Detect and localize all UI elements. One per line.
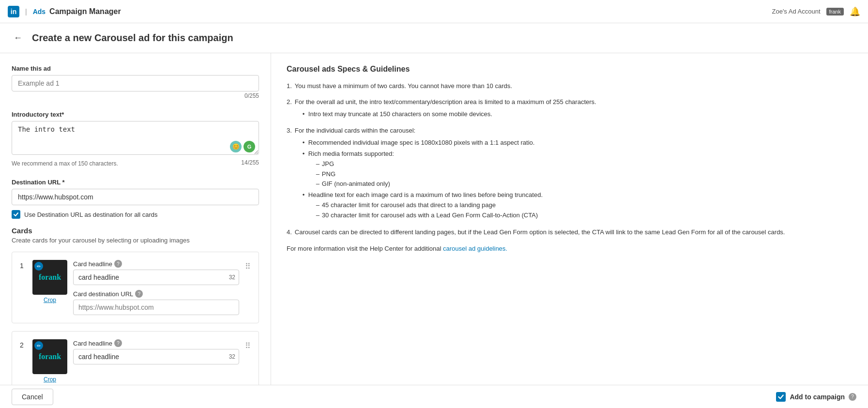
page-title: Create a new Carousel ad for this campai… xyxy=(32,32,233,44)
card-2-drag-handle[interactable]: ⠿ xyxy=(245,341,251,383)
intro-text-label: Introductory text* xyxy=(12,111,259,118)
card-2-headline-label: Card headline ? xyxy=(73,339,239,347)
card-1-drag-handle[interactable]: ⠿ xyxy=(245,262,251,315)
ad-name-label: Name this ad xyxy=(12,65,259,72)
ad-name-section: Name this ad 0/255 xyxy=(12,65,259,99)
spec-item-2: For the overall ad unit, the intro text/… xyxy=(287,97,853,121)
specs-footer: For more information visit the Help Cent… xyxy=(287,245,853,252)
nav-title: Campaign Manager xyxy=(49,7,121,16)
card-1-edit-icon[interactable]: ✏ xyxy=(34,262,43,271)
add-campaign-help-icon[interactable]: ? xyxy=(849,393,856,401)
card-1-char-count: 32 xyxy=(229,274,235,281)
intro-text-section: Introductory text* The intro text 😊 G We… xyxy=(12,111,259,167)
form-panel: Name this ad 0/255 Introductory text* Th… xyxy=(0,53,271,408)
spec-3-sub-2-a: JPG xyxy=(316,159,543,169)
card-1-crop-label[interactable]: Crop xyxy=(44,297,56,303)
spec-4-text: Carousel cards can be directed to differ… xyxy=(295,228,785,236)
spec-3-sub-2-b: PNG xyxy=(316,169,543,180)
cards-section: Cards Create cards for your carousel by … xyxy=(12,227,259,391)
card-1-image-wrapper: ✏ forank Crop xyxy=(32,260,67,315)
spec-item-3: For the individual cards within the caro… xyxy=(287,126,853,221)
content-area: Name this ad 0/255 Introductory text* Th… xyxy=(0,53,868,408)
nav-ads-label: Ads xyxy=(33,8,46,15)
card-1-headline-label: Card headline ? xyxy=(73,260,239,268)
specs-footer-link[interactable]: carousel ad guidelines. xyxy=(443,245,507,252)
dest-url-input[interactable] xyxy=(12,189,259,205)
spec-3-sub-3-b: 30 character limit for carousel ads with… xyxy=(316,211,543,221)
card-1-dest-input[interactable] xyxy=(73,300,239,315)
linkedin-icon: in xyxy=(8,6,19,17)
card-1-dest-help-icon[interactable]: ? xyxy=(135,290,143,298)
card-2-image[interactable]: ✏ forank xyxy=(32,339,67,374)
card-2-fields: Card headline ? 32 xyxy=(73,339,239,383)
add-to-campaign-button[interactable]: Add to campaign xyxy=(790,393,845,401)
card-2-headline-input[interactable] xyxy=(73,349,239,364)
back-button[interactable]: ← xyxy=(12,31,24,45)
card-1-item: 1 ✏ forank Crop Card headline ? xyxy=(12,252,259,323)
card-2-headline-help-icon[interactable]: ? xyxy=(114,339,122,347)
ad-name-char-count: 0/255 xyxy=(12,92,259,99)
bottom-bar: Cancel Add to campaign ? xyxy=(0,385,868,408)
spec-3-sub-3: Headline text for each image card is a m… xyxy=(303,190,543,220)
spec-2-sub-1: Intro text may truncate at 150 character… xyxy=(303,109,596,120)
intro-char-count: 14/255 xyxy=(241,159,259,167)
top-navigation: in | Ads Campaign Manager Zoe's Ad Accou… xyxy=(0,0,868,23)
card-1-number: 1 xyxy=(20,262,27,315)
dest-url-label: Destination URL * xyxy=(12,179,259,186)
spec-item-4: Carousel cards can be directed to differ… xyxy=(287,227,853,238)
page-header: ← Create a new Carousel ad for this camp… xyxy=(0,23,868,53)
grammar-button[interactable]: G xyxy=(244,141,255,152)
specs-panel: Carousel ads Specs & Guidelines You must… xyxy=(271,53,868,408)
card-2-char-count: 32 xyxy=(229,353,235,360)
dest-url-checkbox-row: Use Destination URL as destination for a… xyxy=(12,210,259,219)
card-2-edit-icon[interactable]: ✏ xyxy=(34,341,43,350)
cancel-button[interactable]: Cancel xyxy=(12,389,53,405)
spec-3-text: For the individual cards within the caro… xyxy=(295,127,415,134)
intro-textarea-wrapper: The intro text 😊 G xyxy=(12,121,259,156)
spec-1-text: You must have a minimum of two cards. Yo… xyxy=(295,82,512,90)
spec-item-1: You must have a minimum of two cards. Yo… xyxy=(287,81,853,91)
textarea-icon-group: 😊 G xyxy=(230,141,255,152)
spec-2-text: For the overall ad unit, the intro text/… xyxy=(295,98,596,106)
page-wrapper: ← Create a new Carousel ad for this camp… xyxy=(0,23,868,408)
specs-title: Carousel ads Specs & Guidelines xyxy=(287,65,853,74)
dest-url-checkbox[interactable] xyxy=(12,210,20,219)
card-1-headline-input[interactable] xyxy=(73,270,239,285)
card-2-image-wrapper: ✏ forank Crop xyxy=(32,339,67,383)
card-2-number: 2 xyxy=(20,341,27,383)
spec-3-sub-2-c: GIF (non-animated only) xyxy=(316,179,543,189)
dest-url-section: Destination URL * Use Destination URL as… xyxy=(12,179,259,219)
intro-char-warn: We recommend a max of 150 characters. xyxy=(12,160,118,167)
notification-bell-icon[interactable]: 🔔 xyxy=(850,6,860,17)
card-1-headline-help-icon[interactable]: ? xyxy=(114,260,122,268)
emoji-button[interactable]: 😊 xyxy=(230,141,242,152)
cards-subtitle: Create cards for your carousel by select… xyxy=(12,237,259,244)
nav-left: in | Ads Campaign Manager xyxy=(8,6,121,17)
nav-right: Zoe's Ad Account frank 🔔 xyxy=(772,6,860,17)
card-1-image[interactable]: ✏ forank xyxy=(32,260,67,295)
account-badge: frank xyxy=(826,8,844,15)
ad-name-input[interactable] xyxy=(12,75,259,91)
card-1-headline-input-wrapper: 32 xyxy=(73,270,239,285)
card-2-item: 2 ✏ forank Crop Card headline ? xyxy=(12,331,259,391)
card-2-crop-label[interactable]: Crop xyxy=(44,376,56,383)
spec-3-sub-1: Recommended individual image spec is 108… xyxy=(303,138,543,148)
dest-url-checkbox-label: Use Destination URL as destination for a… xyxy=(24,211,158,218)
intro-text-input[interactable]: The intro text xyxy=(12,121,259,155)
add-campaign-checkbox xyxy=(776,392,786,402)
add-campaign-wrapper: Add to campaign ? xyxy=(776,392,856,402)
specs-footer-text: For more information visit the Help Cent… xyxy=(287,245,443,252)
linkedin-logo: in xyxy=(8,6,19,17)
spec-3-sub-3-a: 45 character limit for carousel ads that… xyxy=(316,200,543,211)
nav-separator: | xyxy=(25,8,27,15)
account-name: Zoe's Ad Account xyxy=(772,8,820,15)
card-1-fields: Card headline ? 32 Card destination URL … xyxy=(73,260,239,315)
specs-list: You must have a minimum of two cards. Yo… xyxy=(287,81,853,237)
card-1-dest-label: Card destination URL ? xyxy=(73,290,239,298)
spec-3-sub-2: Rich media formats supported: JPG PNG GI… xyxy=(303,149,543,189)
card-2-headline-input-wrapper: 32 xyxy=(73,349,239,364)
cards-title: Cards xyxy=(12,227,259,235)
